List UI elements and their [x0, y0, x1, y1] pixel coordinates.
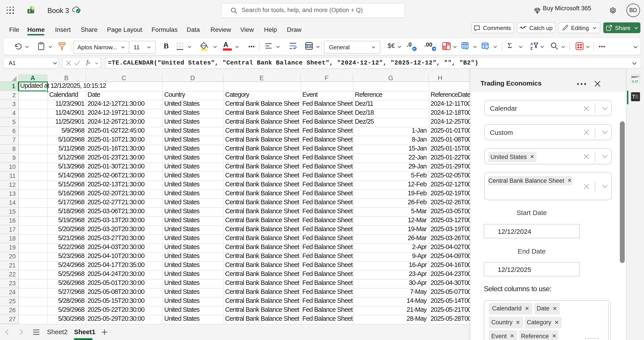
svg-text:A: A	[530, 42, 533, 46]
svg-text:X: X	[28, 10, 31, 13]
svg-text:Z: Z	[530, 46, 532, 51]
